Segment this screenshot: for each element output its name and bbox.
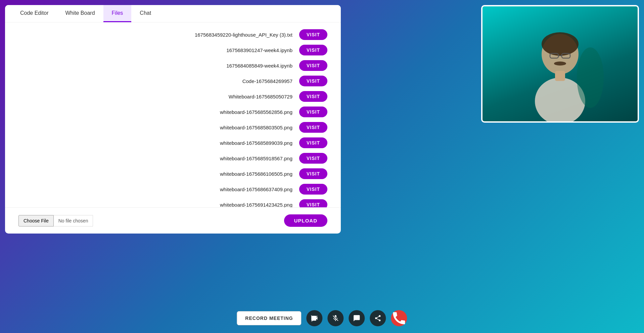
file-row: Code-1675684269957VISIT (18, 76, 327, 86)
visit-button[interactable]: VISIT (299, 91, 327, 102)
person-silhouette (513, 27, 607, 121)
file-row: Whiteboard-1675685050729VISIT (18, 91, 327, 102)
file-name: whiteboard-1675691423425.png (18, 202, 292, 208)
file-row: whiteboard-1675686637409.pngVISIT (18, 184, 327, 195)
file-row: 1675683459220-lighthouse_API_Key (3).txt… (18, 29, 327, 40)
record-meeting-button[interactable]: RECORD MEETING (237, 311, 301, 325)
visit-button[interactable]: VISIT (299, 153, 327, 164)
camera-off-button[interactable] (307, 310, 323, 326)
visit-button[interactable]: VISIT (299, 184, 327, 195)
file-row: 1675684085849-week4.ipynbVISIT (18, 60, 327, 71)
file-name: whiteboard-1675685899039.png (18, 140, 292, 146)
upload-area: Choose File No file chosen RECORD MEETIN… (5, 207, 341, 234)
file-row: whiteboard-1675685803505.pngVISIT (18, 122, 327, 133)
tab-white-board[interactable]: White Board (57, 5, 103, 22)
tab-chat[interactable]: Chat (131, 5, 159, 22)
svg-rect-6 (555, 71, 565, 81)
file-name: whiteboard-1675685803505.png (18, 125, 292, 130)
main-container: Code Editor White Board Files Chat 16756… (0, 0, 644, 333)
file-name: 1675683459220-lighthouse_API_Key (3).txt (18, 32, 292, 38)
svg-point-7 (554, 61, 566, 66)
svg-point-8 (577, 47, 604, 108)
video-feed (482, 6, 638, 121)
file-name: 1675684085849-week4.ipynb (18, 63, 292, 69)
file-list-area: 1675683459220-lighthouse_API_Key (3).txt… (5, 23, 341, 207)
visit-button[interactable]: VISIT (299, 122, 327, 133)
upload-button-visible[interactable]: UPLOAD (284, 214, 327, 227)
file-row: whiteboard-1675686106505.pngVISIT (18, 168, 327, 179)
file-name: 1675683901247-week4.ipynb (18, 47, 292, 53)
share-button[interactable] (370, 310, 386, 326)
file-row: whiteboard-1675685918567.pngVISIT (18, 153, 327, 164)
file-name: whiteboard-1675686106505.png (18, 171, 292, 177)
file-name: Whiteboard-1675685050729 (18, 94, 292, 99)
file-row: whiteboard-1675685899039.pngVISIT (18, 137, 327, 148)
file-row: whiteboard-1675691423425.pngVISIT (18, 199, 327, 207)
visit-button[interactable]: VISIT (299, 107, 327, 117)
svg-point-1 (542, 32, 579, 56)
end-call-button[interactable] (391, 310, 407, 326)
bottom-toolbar: RECORD MEETING (237, 310, 407, 326)
choose-file-button[interactable]: Choose File (18, 215, 54, 226)
no-file-label: No file chosen (54, 215, 93, 226)
video-panel (481, 5, 639, 123)
tabs-bar: Code Editor White Board Files Chat (5, 5, 341, 23)
chat-button[interactable] (349, 310, 365, 326)
mic-off-icon (332, 315, 339, 322)
chat-icon (353, 315, 361, 322)
file-name: whiteboard-1675685918567.png (18, 156, 292, 161)
file-row: 1675683901247-week4.ipynbVISIT (18, 45, 327, 55)
file-name: whiteboard-1675686637409.png (18, 186, 292, 192)
mic-off-button[interactable] (328, 310, 344, 326)
file-row: whiteboard-1675685562856.pngVISIT (18, 107, 327, 117)
file-name: Code-1675684269957 (18, 78, 292, 84)
visit-button[interactable]: VISIT (299, 168, 327, 179)
visit-button[interactable]: VISIT (299, 137, 327, 148)
visit-button[interactable]: VISIT (299, 60, 327, 71)
visit-button[interactable]: VISIT (299, 45, 327, 55)
file-input-wrapper: Choose File No file chosen (18, 215, 93, 226)
main-panel: Code Editor White Board Files Chat 16756… (5, 5, 341, 234)
file-name: whiteboard-1675685562856.png (18, 109, 292, 115)
share-icon (374, 315, 382, 322)
visit-button[interactable]: VISIT (299, 199, 327, 207)
visit-button[interactable]: VISIT (299, 76, 327, 86)
tab-code-editor[interactable]: Code Editor (12, 5, 57, 22)
camera-off-icon (311, 315, 318, 322)
tab-files[interactable]: Files (103, 5, 132, 22)
visit-button[interactable]: VISIT (299, 29, 327, 40)
end-call-icon (391, 310, 407, 326)
